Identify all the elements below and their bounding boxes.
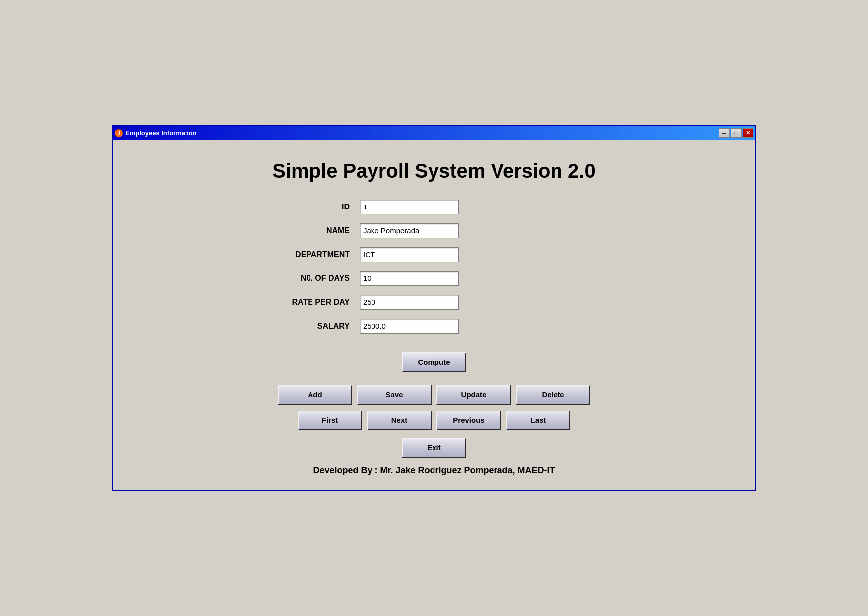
id-field[interactable]: [360, 200, 459, 214]
rate-field[interactable]: [360, 295, 459, 310]
rate-label: RATE PER DAY: [260, 298, 360, 307]
days-label: N0. OF DAYS: [260, 274, 360, 283]
app-title: Simple Payroll System Version 2.0: [272, 160, 595, 182]
add-button[interactable]: Add: [278, 385, 352, 405]
last-button[interactable]: Last: [506, 411, 570, 430]
minimize-button[interactable]: ─: [719, 128, 730, 138]
nav-buttons: First Next Previous Last: [298, 411, 570, 430]
close-button[interactable]: ✕: [743, 128, 753, 138]
content-area: Simple Payroll System Version 2.0 ID NAM…: [113, 140, 755, 490]
compute-row: Compute: [402, 352, 466, 372]
name-label: NAME: [260, 226, 360, 235]
department-row: DEPARTMENT: [260, 247, 608, 262]
rate-row: RATE PER DAY: [260, 295, 608, 310]
compute-button[interactable]: Compute: [402, 352, 466, 372]
salary-label: SALARY: [260, 322, 360, 331]
form-area: ID NAME DEPARTMENT N0. OF DAYS RATE PER …: [260, 200, 608, 342]
salary-field[interactable]: [360, 319, 459, 334]
update-button[interactable]: Update: [436, 385, 511, 405]
days-field[interactable]: [360, 271, 459, 286]
exit-row: Exit: [402, 438, 466, 458]
footer: Developed By : Mr. Jake Rodriguez Pomper…: [313, 465, 555, 476]
previous-button[interactable]: Previous: [436, 411, 501, 430]
window-controls: ─ □ ✕: [719, 128, 753, 138]
title-bar-left: J Employees Information: [115, 129, 197, 137]
name-field[interactable]: [360, 223, 459, 238]
exit-button[interactable]: Exit: [402, 438, 466, 458]
name-row: NAME: [260, 223, 608, 238]
department-label: DEPARTMENT: [260, 250, 360, 259]
window-title: Employees Information: [125, 129, 197, 137]
maximize-button[interactable]: □: [731, 128, 742, 138]
id-row: ID: [260, 200, 608, 214]
app-icon: J: [115, 129, 123, 137]
first-button[interactable]: First: [298, 411, 362, 430]
main-window: J Employees Information ─ □ ✕ Simple Pay…: [112, 125, 756, 491]
id-label: ID: [260, 203, 360, 211]
next-button[interactable]: Next: [367, 411, 432, 430]
save-button[interactable]: Save: [357, 385, 432, 405]
delete-button[interactable]: Delete: [516, 385, 590, 405]
days-row: N0. OF DAYS: [260, 271, 608, 286]
salary-row: SALARY: [260, 319, 608, 334]
title-bar: J Employees Information ─ □ ✕: [113, 126, 755, 140]
department-field[interactable]: [360, 247, 459, 262]
crud-buttons: Add Save Update Delete: [142, 385, 726, 405]
